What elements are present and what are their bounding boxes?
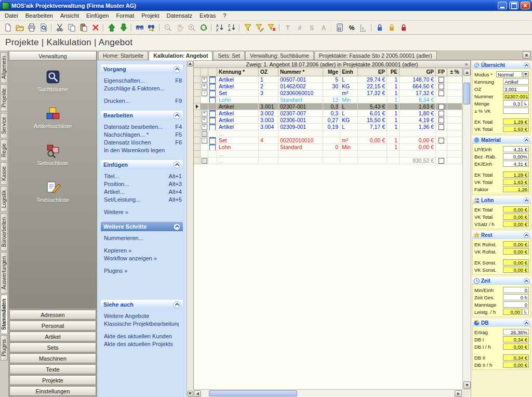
sidebar-button[interactable]: Maschinen [9,353,96,363]
action-section-header[interactable]: Siehe auch [101,300,183,309]
cell-pe[interactable] [387,151,400,157]
cell-pe[interactable]: 1 [387,76,400,83]
document-tab[interactable]: Kalkulation: Angebot [149,51,212,60]
cell-kennung[interactable]: Artikel [217,76,259,83]
action-item[interactable]: Plugins » [104,267,182,274]
panel-header[interactable]: Zeit [472,277,531,285]
cell-gp[interactable] [400,151,436,157]
action-item[interactable]: Nachschlagen... * F5 [104,130,182,138]
column-header-pct[interactable]: ± % [447,68,462,76]
cell-einh[interactable] [340,130,358,137]
cell-pe[interactable]: 1 [387,103,400,110]
field-value[interactable]: Artikel [503,78,529,85]
field-value[interactable]: 0,00% [503,153,529,160]
fp-checkbox[interactable] [436,97,447,103]
field-value[interactable]: Normal [496,71,522,77]
module-tab[interactable]: Projekte [1,84,8,112]
cell-pct[interactable] [447,130,462,137]
row-expander[interactable] [201,144,208,151]
cell-ep[interactable]: 6,01 € [358,110,387,117]
sidebar-item-suchbaeume[interactable]: Suchbäume [14,69,92,92]
cell-ep[interactable]: 17,32 € [358,90,387,97]
cell-ep[interactable] [358,130,387,137]
row-expander[interactable] [201,124,208,130]
column-header-einh[interactable]: Einh [340,68,358,76]
action-section-header[interactable]: Vorgang [101,64,183,74]
column-header-gp[interactable]: GP [400,68,436,76]
cell-pe[interactable]: 1 [387,124,400,130]
table-row[interactable]: Set 4 00202010010 m² 0,00 € 1 0,00 € [194,137,462,144]
cell-pe[interactable]: 1 [387,83,400,90]
cell-pct[interactable] [447,83,462,90]
cell-pe[interactable]: 1 [387,110,400,117]
lock-blue-button[interactable] [374,22,385,33]
table-row[interactable]: Artikel 1 00507-001 5 L 29,74 € 1 148,70… [194,76,462,83]
menu-item[interactable]: Projekt [138,11,163,20]
fp-checkbox[interactable] [436,110,447,117]
close-button[interactable] [521,2,530,9]
cell-pe[interactable] [387,157,400,164]
cell-einh[interactable] [340,157,358,164]
action-item[interactable]: Position... Alt+3 [104,180,182,188]
delete-button[interactable] [89,22,101,33]
cell-kennung[interactable]: ... [217,151,259,157]
cut-button[interactable] [54,22,65,33]
scroll-up-arrow[interactable] [188,61,193,67]
fp-checkbox[interactable] [436,130,447,137]
cell-oz[interactable] [259,97,278,103]
collapse-chevron-icon[interactable] [524,62,529,68]
action-item[interactable]: Set/Leistung... Alt+5 [104,195,182,203]
table-row[interactable]: Artikel 3.001 02307-001 0,3 L 5,43 € 1 1… [194,103,462,110]
more-button[interactable] [463,61,470,67]
move-down-button[interactable] [117,22,129,33]
sidebar-button[interactable]: Projekte [9,375,96,385]
column-header-oz[interactable]: OZ [259,68,278,76]
menu-item[interactable]: Ansicht [57,11,83,20]
field-value[interactable]: 0,00 € [503,248,529,255]
panel-header[interactable]: Rest [472,231,531,239]
collapse-chevron-icon[interactable] [524,232,529,238]
minimize-button[interactable] [498,2,507,9]
cell-mge[interactable] [323,130,340,137]
collapse-chevron-icon[interactable] [174,223,180,230]
cell-einh[interactable]: L [340,103,358,110]
scrollbar-thumb[interactable] [209,390,297,396]
field-value[interactable]: 0,00 € [503,241,529,247]
cell-nummer[interactable]: 02306060010 [278,90,323,97]
cell-mge[interactable]: 0,3 [323,103,340,110]
cell-mge[interactable]: 0,19 [323,124,340,130]
cell-gp[interactable]: 1,36 € [400,124,436,130]
row-expander[interactable] [201,90,208,97]
row-expander[interactable] [201,151,208,157]
action-section-header[interactable]: Einfügen [101,160,183,169]
row-expander[interactable] [201,110,208,117]
action-item[interactable]: Drucken... F9 [104,97,182,104]
cell-nummer[interactable]: 00507-001 [278,76,323,83]
fp-checkbox[interactable] [436,83,447,90]
field-value[interactable]: 0,3 [503,100,522,107]
cell-pct[interactable] [447,137,462,144]
field-value[interactable]: 3.001 [503,86,529,92]
action-item[interactable]: Weitere Angebote [104,312,182,320]
cell-gp[interactable]: 664,50 € [400,83,436,90]
field-value[interactable]: 0,00 € [503,259,529,266]
action-item[interactable]: Datensatz bearbeiten... F4 [104,123,182,130]
module-tab[interactable]: Büroarbeiten [1,213,8,251]
scrollbar-track[interactable] [463,76,470,381]
cell-mge[interactable] [323,157,340,164]
module-tab[interactable]: Plugins [1,335,8,361]
column-header-kennung[interactable]: Kennung * [217,68,259,76]
document-tab[interactable]: Sets: Set [213,51,245,60]
cell-pct[interactable] [447,151,462,157]
field-value[interactable]: 0 [503,301,529,308]
action-panel-scrollbar[interactable] [187,60,193,397]
cell-oz[interactable]: 4 [259,137,278,144]
table-row[interactable]: Set 3 02306060010 m² 17,32 € 1 17,32 € [194,90,462,97]
cell-pct[interactable] [447,110,462,117]
recalculate-button[interactable] [334,22,345,33]
sidebar-button[interactable]: Sets [9,342,96,352]
panel-header[interactable]: Lohn [472,196,531,204]
cell-kennung[interactable]: ... [217,157,259,164]
module-tab[interactable]: Logistik [1,186,8,212]
field-value[interactable]: 0,00 € [503,267,529,273]
